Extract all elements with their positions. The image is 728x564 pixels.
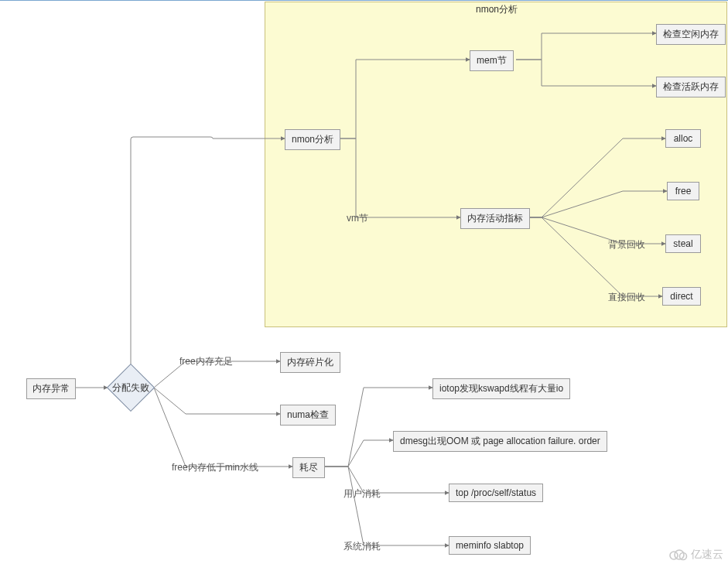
- diagram-canvas: nmon分析: [0, 0, 728, 564]
- node-mem-activity[interactable]: 内存活动指标: [460, 208, 530, 229]
- node-decision[interactable]: 分配失败: [108, 364, 154, 411]
- decision-label: 分配失败: [112, 381, 149, 395]
- node-exhausted[interactable]: 耗尽: [292, 457, 325, 478]
- node-fragmentation[interactable]: 内存碎片化: [280, 352, 340, 373]
- group-title: nmon分析: [476, 3, 518, 16]
- node-check-active[interactable]: 检查活跃内存: [656, 77, 726, 97]
- node-nmon[interactable]: nmon分析: [285, 129, 340, 150]
- node-steal[interactable]: steal: [665, 234, 701, 253]
- node-dmesg[interactable]: dmesg出现OOM 或 page allocation failure. or…: [393, 431, 607, 452]
- svg-point-1: [675, 550, 684, 559]
- node-direct[interactable]: direct: [662, 287, 701, 306]
- node-iotop[interactable]: iotop发现kswapd线程有大量io: [432, 378, 570, 399]
- node-meminfo[interactable]: meminfo slabtop: [449, 536, 531, 555]
- edge-label-vm: vm节: [347, 212, 368, 225]
- edge-label-steal: 背景回收: [608, 238, 645, 251]
- node-alloc[interactable]: alloc: [665, 129, 701, 148]
- edge-label-free-enough: free内存充足: [179, 355, 233, 368]
- edge-label-free-low: free内存低于min水线: [172, 461, 258, 474]
- watermark: 亿速云: [668, 548, 723, 562]
- edge-label-user-consume: 用户消耗: [343, 487, 381, 501]
- node-mem[interactable]: mem节: [470, 50, 514, 71]
- node-check-idle[interactable]: 检查空闲内存: [656, 24, 726, 45]
- edge-label-direct: 直接回收: [608, 291, 645, 304]
- node-free[interactable]: free: [667, 182, 699, 200]
- cloud-icon: [668, 549, 688, 561]
- node-top[interactable]: top /proc/self/status: [449, 484, 543, 502]
- node-numa[interactable]: numa检查: [280, 405, 336, 426]
- watermark-text: 亿速云: [691, 548, 723, 562]
- edge-label-system-consume: 系统消耗: [343, 540, 381, 553]
- node-root[interactable]: 内存异常: [26, 378, 76, 399]
